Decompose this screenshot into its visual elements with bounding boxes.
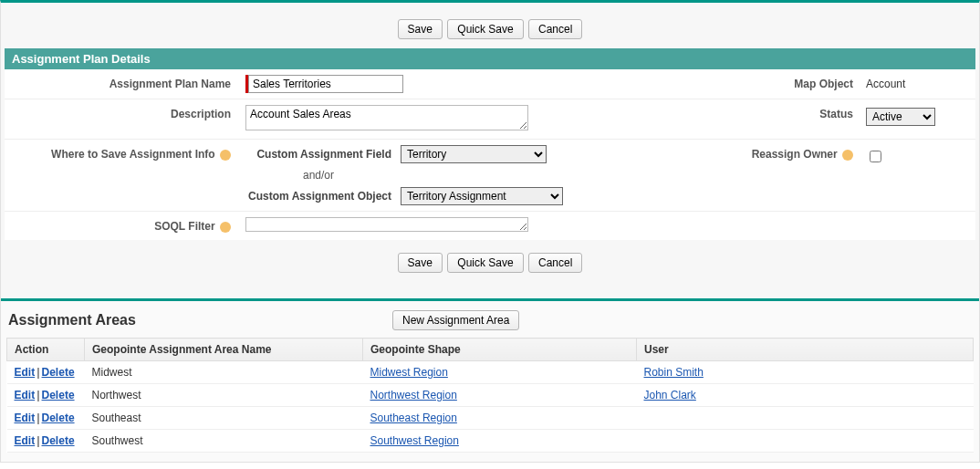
custom-object-select[interactable]: Territory Assignment xyxy=(401,187,563,205)
custom-field-select[interactable]: Territory xyxy=(401,145,547,163)
col-shape: Geopointe Shape xyxy=(363,339,637,361)
edit-link[interactable]: Edit xyxy=(15,389,36,401)
separator: | xyxy=(36,389,39,401)
shape-link[interactable]: Southwest Region xyxy=(370,434,459,447)
details-section-header: Assignment Plan Details xyxy=(5,48,975,69)
table-row: Edit|DeleteSouthwestSouthwest Region xyxy=(7,430,974,453)
save-button[interactable]: Save xyxy=(398,253,443,273)
map-object-value: Account xyxy=(866,75,948,90)
col-area-name: Geopointe Assignment Area Name xyxy=(85,339,363,361)
edit-link[interactable]: Edit xyxy=(15,412,36,424)
custom-field-label: Custom Assignment Field xyxy=(245,148,401,161)
help-icon[interactable] xyxy=(842,150,853,161)
shape-link[interactable]: Midwest Region xyxy=(370,366,448,379)
save-button[interactable]: Save xyxy=(398,19,443,39)
details-panel: Assignment Plan Name Map Object Account … xyxy=(5,69,975,240)
edit-link[interactable]: Edit xyxy=(15,434,36,447)
description-label: Description xyxy=(5,105,242,133)
top-button-row: Save Quick Save Cancel xyxy=(5,6,975,48)
area-name-cell: Southeast xyxy=(85,407,363,430)
custom-object-label: Custom Assignment Object xyxy=(245,190,401,203)
user-cell: Robin Smith xyxy=(637,361,974,384)
soql-filter-textarea[interactable] xyxy=(245,217,528,232)
area-name-cell: Northwest xyxy=(85,384,363,407)
soql-filter-label: SOQL Filter xyxy=(5,217,242,234)
area-name-cell: Southwest xyxy=(85,430,363,453)
map-object-label: Map Object xyxy=(794,75,866,90)
delete-link[interactable]: Delete xyxy=(42,366,75,379)
user-cell: John Clark xyxy=(637,384,974,407)
table-row: Edit|DeleteSoutheastSoutheast Region xyxy=(7,407,974,430)
quick-save-button[interactable]: Quick Save xyxy=(447,19,523,39)
shape-link[interactable]: Northwest Region xyxy=(370,389,457,401)
area-name-cell: Midwest xyxy=(85,361,363,384)
col-user: User xyxy=(637,339,974,361)
plan-name-label: Assignment Plan Name xyxy=(5,75,242,93)
shape-link[interactable]: Southeast Region xyxy=(370,412,457,424)
user-link[interactable]: Robin Smith xyxy=(644,366,704,379)
quick-save-button[interactable]: Quick Save xyxy=(447,253,523,273)
delete-link[interactable]: Delete xyxy=(42,412,75,424)
status-label: Status xyxy=(819,105,866,120)
assignment-areas-title: Assignment Areas xyxy=(8,312,391,328)
reassign-owner-checkbox[interactable] xyxy=(870,151,881,162)
separator: | xyxy=(36,366,39,379)
cancel-button[interactable]: Cancel xyxy=(528,253,582,273)
separator: | xyxy=(36,434,39,447)
edit-link[interactable]: Edit xyxy=(15,366,36,379)
where-save-label: Where to Save Assignment Info xyxy=(5,145,242,161)
new-assignment-area-button[interactable]: New Assignment Area xyxy=(392,310,519,330)
andor-label: and/or xyxy=(245,169,401,182)
cancel-button[interactable]: Cancel xyxy=(528,19,582,39)
assignment-areas-table: Action Geopointe Assignment Area Name Ge… xyxy=(6,338,974,453)
separator: | xyxy=(36,412,39,424)
table-row: Edit|DeleteNorthwestNorthwest RegionJohn… xyxy=(7,384,974,407)
help-icon[interactable] xyxy=(220,222,231,233)
bottom-button-row: Save Quick Save Cancel xyxy=(5,240,975,282)
user-cell xyxy=(637,430,974,453)
help-icon[interactable] xyxy=(220,150,231,161)
description-textarea[interactable]: Account Sales Areas xyxy=(245,105,528,130)
user-link[interactable]: John Clark xyxy=(644,389,696,401)
reassign-owner-label: Reassign Owner xyxy=(752,145,866,161)
delete-link[interactable]: Delete xyxy=(42,434,75,447)
plan-name-input[interactable] xyxy=(248,75,403,93)
delete-link[interactable]: Delete xyxy=(42,389,75,401)
status-select[interactable]: Active xyxy=(866,108,935,126)
col-action: Action xyxy=(7,339,85,361)
user-cell xyxy=(637,407,974,430)
table-row: Edit|DeleteMidwestMidwest RegionRobin Sm… xyxy=(7,361,974,384)
